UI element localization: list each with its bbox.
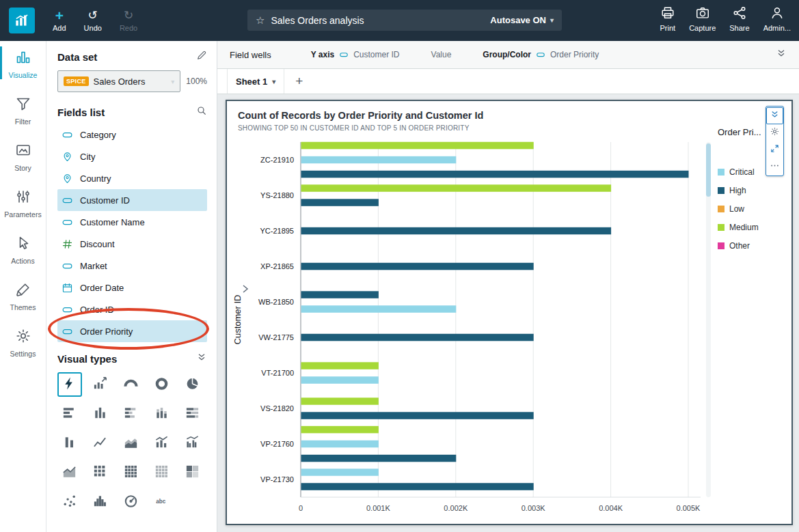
print-button[interactable]: Print	[660, 5, 676, 32]
field-item-city[interactable]: City	[57, 145, 207, 167]
sidebar-item-filter[interactable]: Filter	[0, 87, 46, 134]
value-well[interactable]: Value	[431, 50, 452, 59]
visual-type-pivot-table[interactable]	[88, 460, 113, 485]
y-axis-well[interactable]: Y axis Customer ID	[311, 50, 400, 59]
sidebar-item-settings[interactable]: Settings	[0, 320, 46, 366]
visual-type-matrix[interactable]	[149, 460, 174, 485]
add-sheet-button[interactable]: +	[295, 74, 303, 89]
visual-type-semi-donut[interactable]	[119, 372, 144, 397]
legend-item-high[interactable]: High	[718, 186, 782, 195]
share-button[interactable]: Share	[729, 5, 749, 32]
visual-type-gauge[interactable]	[119, 490, 144, 514]
field-item-customer-name[interactable]: Customer Name	[57, 211, 207, 233]
sidebar-item-actions[interactable]: Actions	[0, 227, 46, 273]
capture-button[interactable]: Capture	[689, 5, 716, 32]
sidebar-item-visualize[interactable]: Visualize	[0, 41, 46, 87]
legend-item-other[interactable]: Other	[718, 241, 782, 251]
visual-type-combo-clustered[interactable]	[180, 431, 204, 456]
visual-card[interactable]: Count of Records by Order Priority and C…	[226, 100, 793, 525]
bar-wb-21850-critical[interactable]	[301, 305, 457, 313]
fields-list: Category City Country Customer ID Custom…	[57, 124, 207, 342]
dataset-dropdown[interactable]: SPICE Sales Orders ▾	[57, 70, 180, 92]
field-item-order-priority[interactable]: Order Priority	[57, 320, 207, 342]
visual-type-vbar-stacked[interactable]	[149, 402, 174, 426]
legend-item-low[interactable]: Low	[718, 204, 782, 214]
visual-type-scatter[interactable]	[57, 490, 82, 514]
bar-vp-21760-high[interactable]	[301, 455, 457, 462]
quicksight-logo[interactable]	[9, 8, 35, 33]
visual-type-histogram[interactable]	[88, 490, 113, 514]
field-item-discount[interactable]: Discount	[57, 233, 207, 255]
visual-type-pie[interactable]	[180, 372, 204, 397]
redo-button[interactable]: ↻ Redo	[120, 9, 137, 32]
visual-type-autograph[interactable]	[57, 372, 82, 397]
bar-vt-21700-critical[interactable]	[301, 376, 379, 384]
bar-vt-21700-medium[interactable]	[301, 362, 379, 369]
bar-ys-21880-high[interactable]	[301, 199, 379, 206]
visual-type-stacked-area[interactable]	[119, 431, 144, 456]
tab-sheet-1[interactable]: Sheet 1 ▾	[227, 69, 284, 94]
bar-vp-21730-critical[interactable]	[301, 468, 379, 476]
hbar-stacked-icon	[123, 405, 139, 423]
word-cloud-icon: abc	[154, 493, 170, 512]
bar-vp-21730-high[interactable]	[301, 483, 534, 490]
field-item-order-date[interactable]: Order Date	[57, 277, 207, 298]
line-icon	[92, 434, 108, 453]
visual-types-header: Visual types	[57, 353, 117, 365]
star-icon[interactable]: ☆	[256, 14, 265, 27]
bar-vs-21820-medium[interactable]	[301, 397, 379, 405]
bar-zc-21910-critical[interactable]	[301, 156, 457, 164]
bar-vs-21820-high[interactable]	[301, 412, 534, 419]
maximize-visual-button[interactable]	[766, 141, 783, 158]
add-button[interactable]: + Add	[53, 9, 66, 32]
visual-type-donut[interactable]	[149, 372, 174, 397]
chart-scrollbar-thumb[interactable]	[706, 143, 711, 197]
sidebar-item-parameters[interactable]: Parameters	[0, 180, 46, 227]
analysis-title-bar[interactable]: ☆ Sales Orders analysis Autosave ON ▾	[247, 10, 562, 31]
visual-type-word-cloud[interactable]: abc	[149, 490, 174, 514]
visual-type-hbar[interactable]	[57, 402, 82, 426]
collapse-visual-button[interactable]	[766, 107, 783, 124]
legend-item-medium[interactable]: Medium	[718, 223, 782, 232]
field-item-customer-id[interactable]: Customer ID	[57, 189, 207, 211]
dataset-name: Sales Orders	[94, 76, 167, 87]
legend-swatch	[718, 224, 724, 231]
autosave-toggle[interactable]: Autosave ON ▾	[490, 15, 554, 25]
sidebar-item-story[interactable]: Story	[0, 134, 46, 180]
chevron-down-icon: ▾	[171, 78, 174, 85]
visual-type-bar-with-arrow[interactable]	[88, 372, 113, 397]
group-color-well[interactable]: Group/Color Order Priority	[483, 50, 599, 59]
bar-zc-21910-medium[interactable]	[301, 142, 534, 150]
bar-wb-21850-high[interactable]	[301, 291, 379, 298]
admin-button[interactable]: Admin...	[763, 5, 791, 32]
field-item-market[interactable]: Market	[57, 255, 207, 277]
visual-type-heatmap[interactable]	[180, 460, 204, 485]
visual-type-hbar-100[interactable]	[180, 402, 204, 426]
search-icon[interactable]	[196, 105, 207, 119]
bar-xp-21865-high[interactable]	[301, 263, 534, 270]
bar-ys-21880-medium[interactable]	[301, 184, 612, 192]
visual-type-hbar-stacked[interactable]	[119, 402, 144, 426]
field-item-order-id[interactable]: Order ID	[57, 298, 207, 320]
sidebar-item-themes[interactable]: Themes	[0, 273, 46, 320]
visual-type-line[interactable]	[88, 431, 113, 456]
visual-type-table[interactable]	[119, 460, 144, 485]
chevron-double-down-icon[interactable]	[776, 48, 787, 61]
bar-vw-21775-high[interactable]	[301, 334, 534, 341]
field-item-country[interactable]: Country	[57, 167, 207, 189]
visual-type-vbar[interactable]	[88, 402, 113, 426]
field-item-category[interactable]: Category	[57, 124, 207, 145]
bar-vp-21760-medium[interactable]	[301, 426, 379, 434]
visual-type-area-line[interactable]	[57, 460, 82, 485]
axis-expand-chevron-icon[interactable]	[243, 285, 247, 292]
bar-yc-21895-high[interactable]	[301, 227, 612, 235]
visual-type-combo-bar-line[interactable]	[149, 431, 174, 456]
visual-menu-button[interactable]	[766, 158, 783, 176]
bar-vp-21760-critical[interactable]	[301, 440, 379, 448]
undo-button[interactable]: ↺ Undo	[84, 9, 102, 32]
format-visual-button[interactable]	[766, 124, 783, 141]
chevron-double-down-icon[interactable]	[196, 352, 207, 365]
pencil-icon[interactable]	[196, 50, 207, 64]
visual-type-paired-bar[interactable]	[57, 431, 82, 456]
bar-zc-21910-high[interactable]	[301, 171, 689, 178]
